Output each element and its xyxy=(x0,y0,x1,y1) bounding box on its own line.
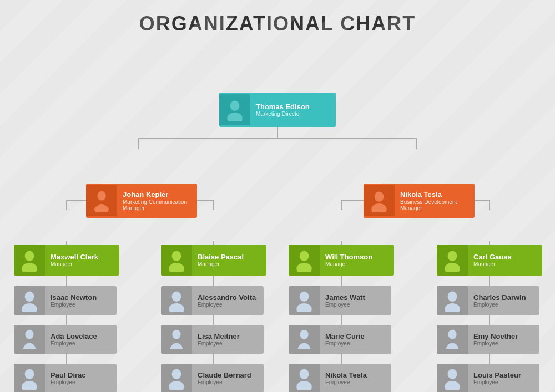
avatar-emy xyxy=(437,325,468,354)
avatar-ada xyxy=(14,325,45,354)
person-icon-isaac xyxy=(18,289,41,312)
avatar-lisa xyxy=(161,325,192,354)
emy-info: Emy Noether Employee xyxy=(468,330,523,349)
person-icon-volta xyxy=(165,289,188,312)
svg-point-37 xyxy=(25,369,34,379)
svg-point-43 xyxy=(169,381,184,390)
person-icon-nikola-emp xyxy=(292,366,316,390)
svg-point-31 xyxy=(296,263,311,272)
person-icon-lisa xyxy=(165,328,188,351)
johan-title: Marketing Communication Manager xyxy=(123,199,191,211)
james-info: James Watt Employee xyxy=(320,291,371,310)
avatar-isaac xyxy=(14,286,45,315)
card-nikola-tesla-l2: Nikola Tesla Business Development Manage… xyxy=(364,184,475,218)
svg-point-33 xyxy=(445,263,460,272)
volta-name: Alessandro Volta xyxy=(198,293,256,302)
blaise-title: Manager xyxy=(198,261,244,267)
avatar-charles xyxy=(437,286,468,315)
avatar-nikola-emp xyxy=(289,364,320,392)
james-title: Employee xyxy=(325,302,365,308)
nikola-title: Business Development Manager xyxy=(400,199,469,211)
card-carl: Carl Gauss Manager xyxy=(437,245,542,276)
claude-info: Claude Bernard Employee xyxy=(192,369,257,388)
avatar-johan xyxy=(86,185,117,216)
avatar-louis xyxy=(437,364,468,392)
card-will: Will Thomson Manager xyxy=(289,245,394,276)
avatar-claude xyxy=(161,364,192,392)
avatar-blaise xyxy=(161,245,192,276)
svg-point-25 xyxy=(371,203,386,212)
person-icon-johan xyxy=(90,189,113,212)
carl-title: Manager xyxy=(473,261,512,267)
person-icon-ada xyxy=(18,328,41,351)
nikola-emp-info: Nikola Tesla Employee xyxy=(320,369,372,388)
card-blaise: Blaise Pascal Manager xyxy=(161,245,266,276)
svg-point-28 xyxy=(172,251,181,261)
marie-name: Marie Curie xyxy=(325,332,365,341)
card-charles: Charles Darwin Employee xyxy=(437,286,539,315)
card-lisa: Lisa Meitner Employee xyxy=(161,325,264,354)
card-marie: Marie Curie Employee xyxy=(289,325,391,354)
card-claude: Claude Bernard Employee xyxy=(161,364,264,392)
avatar-james xyxy=(289,286,320,315)
nikola-emp-name: Nikola Tesla xyxy=(325,371,367,380)
blaise-name: Blaise Pascal xyxy=(198,253,244,262)
card-johan-kepler: Johan Kepler Marketing Communication Man… xyxy=(86,184,197,218)
page-title: ORGANIZATIONAL CHART xyxy=(0,0,555,41)
nikola-emp-title: Employee xyxy=(325,379,367,385)
carl-name: Carl Gauss xyxy=(473,253,512,262)
lisa-info: Lisa Meitner Employee xyxy=(192,330,245,349)
johan-name: Johan Kepler xyxy=(123,190,191,199)
svg-point-30 xyxy=(300,251,309,261)
claude-name: Claude Bernard xyxy=(198,371,251,380)
person-icon-louis xyxy=(441,366,464,390)
charles-name: Charles Darwin xyxy=(473,293,526,302)
louis-title: Employee xyxy=(473,379,521,385)
lisa-name: Lisa Meitner xyxy=(198,332,240,341)
svg-point-29 xyxy=(169,263,184,272)
avatar-maxwell xyxy=(14,245,45,276)
paul-info: Paul Dirac Employee xyxy=(45,369,92,388)
svg-point-35 xyxy=(22,303,37,312)
avatar-will xyxy=(289,245,320,276)
blaise-info: Blaise Pascal Manager xyxy=(192,251,249,270)
isaac-name: Isaac Newton xyxy=(51,293,97,302)
person-icon-nikola xyxy=(367,189,391,212)
person-icon-emy xyxy=(441,328,464,351)
emy-title: Employee xyxy=(473,340,518,347)
svg-point-40 xyxy=(169,303,184,312)
card-louis: Louis Pasteur Employee xyxy=(437,364,539,392)
svg-point-52 xyxy=(448,369,457,379)
person-icon-claude xyxy=(165,366,188,390)
avatar-marie xyxy=(289,325,320,354)
isaac-info: Isaac Newton Employee xyxy=(45,291,102,310)
svg-point-44 xyxy=(300,292,309,302)
org-chart: Thomas Edison Marketing Director Johan K… xyxy=(0,41,555,392)
claude-title: Employee xyxy=(198,379,251,385)
ada-info: Ada Lovelace Employee xyxy=(45,330,103,349)
card-paul: Paul Dirac Employee xyxy=(14,364,117,392)
charles-info: Charles Darwin Employee xyxy=(468,291,532,310)
will-info: Will Thomson Manager xyxy=(320,251,378,270)
svg-point-38 xyxy=(22,381,37,390)
isaac-title: Employee xyxy=(51,302,97,308)
svg-point-26 xyxy=(25,251,34,261)
louis-name: Louis Pasteur xyxy=(473,371,521,380)
card-volta: Alessandro Volta Employee xyxy=(161,286,264,315)
paul-name: Paul Dirac xyxy=(51,371,86,380)
person-icon-marie xyxy=(292,328,316,351)
ada-title: Employee xyxy=(51,340,97,347)
person-icon-paul xyxy=(18,366,41,390)
ada-name: Ada Lovelace xyxy=(51,332,97,341)
louis-info: Louis Pasteur Employee xyxy=(468,369,527,388)
svg-point-27 xyxy=(22,263,37,272)
person-icon-charles xyxy=(441,289,464,312)
johan-info: Johan Kepler Marketing Communication Man… xyxy=(117,188,197,213)
person-icon-blaise xyxy=(165,248,188,272)
avatar-carl xyxy=(437,245,468,276)
person-icon-maxwell xyxy=(18,248,41,272)
svg-point-50 xyxy=(445,303,460,312)
nikola-info: Nikola Tesla Business Development Manage… xyxy=(395,188,475,213)
carl-info: Carl Gauss Manager xyxy=(468,251,517,270)
card-isaac: Isaac Newton Employee xyxy=(14,286,117,315)
